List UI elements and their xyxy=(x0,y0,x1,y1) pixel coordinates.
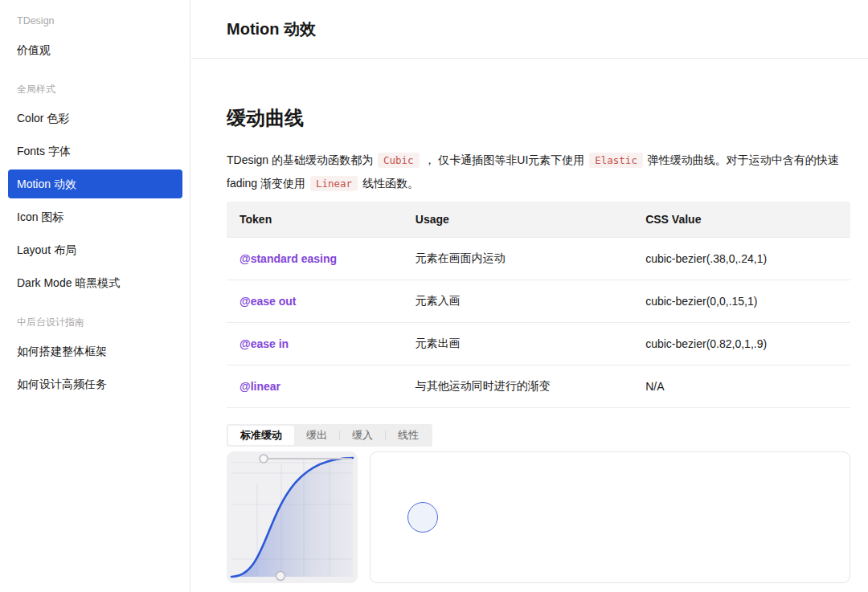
section-title: 缓动曲线 xyxy=(227,105,850,131)
token-cell: @standard easing xyxy=(227,238,403,280)
tab-ease-in[interactable]: 缓入 xyxy=(340,426,385,445)
sidebar-item-tasks[interactable]: 如何设计高频任务 xyxy=(8,369,182,398)
page-title: Motion 动效 xyxy=(227,18,316,40)
bezier-curve-graphic xyxy=(227,451,358,583)
intro-paragraph: TDesign 的基础缓动函数都为 Cubic ， 仅卡通插图等非UI元素下使用… xyxy=(227,149,850,195)
css-value-cell: cubic-bezier(.38,0,.24,1) xyxy=(633,238,850,280)
column-header-usage: Usage xyxy=(403,202,633,238)
tab-ease-out[interactable]: 缓出 xyxy=(294,426,339,445)
token-cell: @linear xyxy=(227,365,403,408)
sidebar-item-motion[interactable]: Motion 动效 xyxy=(8,169,182,198)
easing-tabbar: 标准缓动 缓出 缓入 线性 xyxy=(227,424,432,447)
table-row: @ease in 元素出画 cubic-bezier(0.82,0,1,.9) xyxy=(227,323,850,365)
sidebar-brand: TDesign xyxy=(8,14,182,27)
css-value-cell: N/A xyxy=(633,365,850,408)
sidebar-item-fonts[interactable]: Fonts 字体 xyxy=(8,137,182,165)
intro-text: 线性函数。 xyxy=(362,177,419,190)
table-row: @linear 与其他运动同时进行的渐变 N/A xyxy=(227,365,850,408)
motion-demo-stage xyxy=(370,451,850,583)
sidebar-section-global-styles: 全局样式 xyxy=(8,83,182,96)
sidebar-item-icon[interactable]: Icon 图标 xyxy=(8,202,182,231)
tab-linear[interactable]: 线性 xyxy=(386,426,431,445)
table-header-row: Token Usage CSS Value xyxy=(227,202,850,238)
tab-standard-easing[interactable]: 标准缓动 xyxy=(228,426,294,445)
code-chip-linear: Linear xyxy=(310,176,358,191)
usage-cell: 元素出画 xyxy=(403,323,633,365)
sidebar: TDesign 价值观 全局样式 Color 色彩 Fonts 字体 Motio… xyxy=(0,0,190,592)
usage-cell: 元素在画面内运动 xyxy=(403,238,633,280)
main-content: Motion 动效 缓动曲线 TDesign 的基础缓动函数都为 Cubic ，… xyxy=(191,0,868,592)
curve-handle-top[interactable] xyxy=(260,455,268,463)
table-row: @ease out 元素入画 cubic-bezier(0,0,.15,1) xyxy=(227,280,850,323)
table-row: @standard easing 元素在画面内运动 cubic-bezier(.… xyxy=(227,238,850,280)
sidebar-item-layout[interactable]: Layout 布局 xyxy=(8,235,182,264)
demo-ball xyxy=(407,502,438,533)
sidebar-item-color[interactable]: Color 色彩 xyxy=(8,104,182,133)
sidebar-item-values[interactable]: 价值观 xyxy=(8,35,182,64)
intro-text: ， 仅卡通插图等非UI元素下使用 xyxy=(424,153,584,166)
css-value-cell: cubic-bezier(0.82,0,1,.9) xyxy=(633,323,850,365)
column-header-token: Token xyxy=(227,202,403,238)
easing-table: Token Usage CSS Value @standard easing 元… xyxy=(227,202,850,408)
code-chip-elastic: Elastic xyxy=(589,153,643,168)
demo-row xyxy=(227,451,850,583)
sidebar-section-admin-guide: 中后台设计指南 xyxy=(8,316,182,329)
sidebar-item-darkmode[interactable]: Dark Mode 暗黑模式 xyxy=(8,268,182,297)
sidebar-item-framework[interactable]: 如何搭建整体框架 xyxy=(8,337,182,365)
content-area: 缓动曲线 TDesign 的基础缓动函数都为 Cubic ， 仅卡通插图等非UI… xyxy=(191,105,868,583)
bezier-curve-editor xyxy=(227,451,358,583)
token-cell: @ease out xyxy=(227,280,403,323)
intro-text: TDesign 的基础缓动函数都为 xyxy=(227,153,373,166)
token-cell: @ease in xyxy=(227,323,403,365)
page-header: Motion 动效 xyxy=(191,0,868,59)
usage-cell: 元素入画 xyxy=(403,280,633,323)
curve-handle-bottom[interactable] xyxy=(276,572,285,581)
css-value-cell: cubic-bezier(0,0,.15,1) xyxy=(633,280,850,323)
code-chip-cubic: Cubic xyxy=(378,153,420,168)
column-header-css-value: CSS Value xyxy=(633,202,850,238)
usage-cell: 与其他运动同时进行的渐变 xyxy=(403,365,633,408)
